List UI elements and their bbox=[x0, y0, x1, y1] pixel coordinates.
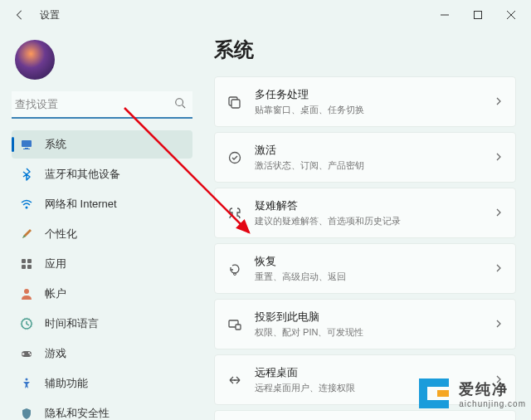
svg-point-19 bbox=[30, 354, 32, 355]
watermark: 爱纯净 aichunjing.com bbox=[414, 374, 526, 413]
apps-icon bbox=[20, 257, 33, 271]
privacy-icon bbox=[20, 407, 33, 420]
sidebar: 系统蓝牙和其他设备网络和 Internet个性化应用帐户时间和语言游戏辅助功能隐… bbox=[0, 30, 199, 420]
card-title: 多任务处理 bbox=[255, 87, 494, 102]
svg-point-20 bbox=[26, 378, 28, 381]
page-title: 系统 bbox=[214, 37, 516, 63]
chevron-right-icon bbox=[494, 206, 504, 221]
sidebar-item-brush[interactable]: 个性化 bbox=[12, 220, 192, 248]
svg-point-4 bbox=[176, 98, 183, 105]
card-title: 投影到此电脑 bbox=[255, 310, 494, 325]
svg-rect-22 bbox=[231, 100, 240, 108]
card-title: 疑难解答 bbox=[255, 198, 494, 213]
sidebar-item-label: 网络和 Internet bbox=[45, 197, 117, 212]
sidebar-item-time[interactable]: 时间和语言 bbox=[12, 310, 192, 338]
sidebar-item-label: 个性化 bbox=[45, 227, 77, 242]
watermark-logo-icon bbox=[414, 374, 454, 413]
chevron-right-icon bbox=[494, 317, 504, 332]
svg-rect-13 bbox=[27, 265, 32, 269]
nav-list: 系统蓝牙和其他设备网络和 Internet个性化应用帐户时间和语言游戏辅助功能隐… bbox=[12, 130, 192, 420]
minimize-icon bbox=[441, 11, 449, 19]
chevron-right-icon bbox=[494, 261, 504, 276]
sidebar-item-wifi[interactable]: 网络和 Internet bbox=[12, 190, 192, 218]
bluetooth-icon bbox=[20, 168, 33, 181]
recovery-icon bbox=[227, 261, 243, 277]
settings-card-multitask[interactable]: 多任务处理 贴靠窗口、桌面、任务切换 bbox=[214, 76, 516, 127]
minimize-button[interactable] bbox=[428, 0, 461, 30]
svg-point-14 bbox=[24, 289, 29, 294]
sidebar-item-bluetooth[interactable]: 蓝牙和其他设备 bbox=[12, 160, 192, 188]
card-desc: 建议的疑难解答、首选项和历史记录 bbox=[255, 215, 494, 227]
activate-icon bbox=[227, 149, 243, 166]
back-button[interactable] bbox=[3, 0, 37, 30]
svg-rect-6 bbox=[22, 140, 32, 147]
svg-rect-26 bbox=[236, 325, 241, 330]
maximize-button[interactable] bbox=[461, 0, 494, 30]
project-icon bbox=[227, 316, 243, 333]
sidebar-item-label: 蓝牙和其他设备 bbox=[45, 167, 120, 182]
game-icon bbox=[20, 347, 33, 360]
settings-card-recovery[interactable]: 恢复 重置、高级启动、返回 bbox=[214, 243, 516, 294]
search-container bbox=[12, 91, 192, 119]
sidebar-item-system[interactable]: 系统 bbox=[12, 130, 192, 159]
troubleshoot-icon bbox=[227, 205, 243, 222]
svg-point-24 bbox=[234, 272, 236, 275]
avatar[interactable] bbox=[15, 40, 55, 80]
card-desc: 贴靠窗口、桌面、任务切换 bbox=[255, 104, 494, 116]
sidebar-item-label: 帐户 bbox=[45, 286, 66, 301]
svg-point-9 bbox=[26, 207, 28, 209]
cards-container: 多任务处理 贴靠窗口、桌面、任务切换 激活 激活状态、订阅、产品密钥 疑难解答 … bbox=[214, 76, 516, 420]
card-text: 激活 激活状态、订阅、产品密钥 bbox=[255, 143, 494, 172]
watermark-cn: 爱纯净 bbox=[459, 379, 526, 399]
accessibility-icon bbox=[20, 377, 33, 390]
wifi-icon bbox=[20, 198, 33, 211]
search-icon bbox=[174, 97, 186, 112]
close-icon bbox=[507, 11, 515, 19]
card-text: 恢复 重置、高级启动、返回 bbox=[255, 254, 494, 283]
maximize-icon bbox=[474, 11, 482, 19]
svg-rect-8 bbox=[23, 149, 30, 149]
titlebar: 设置 bbox=[0, 0, 531, 30]
sidebar-item-privacy[interactable]: 隐私和安全性 bbox=[12, 399, 192, 420]
card-desc: 权限、配对 PIN、可发现性 bbox=[255, 326, 494, 339]
svg-rect-1 bbox=[475, 12, 482, 19]
remote-icon bbox=[227, 372, 243, 388]
svg-rect-12 bbox=[22, 265, 26, 269]
card-title: 恢复 bbox=[255, 254, 494, 269]
sidebar-item-label: 系统 bbox=[45, 137, 66, 152]
sidebar-item-game[interactable]: 游戏 bbox=[12, 339, 192, 368]
svg-rect-10 bbox=[22, 259, 26, 263]
chevron-right-icon bbox=[494, 95, 504, 110]
close-button[interactable] bbox=[494, 0, 528, 30]
chevron-right-icon bbox=[494, 150, 504, 165]
time-icon bbox=[20, 317, 33, 330]
sidebar-item-label: 游戏 bbox=[45, 346, 66, 361]
svg-rect-11 bbox=[27, 259, 32, 263]
brush-icon bbox=[20, 227, 33, 241]
sidebar-item-label: 应用 bbox=[45, 256, 66, 271]
svg-point-23 bbox=[230, 152, 241, 163]
search-input[interactable] bbox=[12, 91, 192, 117]
card-desc: 重置、高级启动、返回 bbox=[255, 271, 494, 283]
back-arrow-icon bbox=[14, 9, 26, 21]
settings-card-troubleshoot[interactable]: 疑难解答 建议的疑难解答、首选项和历史记录 bbox=[214, 188, 516, 238]
svg-point-18 bbox=[28, 352, 30, 354]
sidebar-item-apps[interactable]: 应用 bbox=[12, 250, 192, 278]
sidebar-item-accessibility[interactable]: 辅助功能 bbox=[12, 369, 192, 398]
sidebar-item-label: 隐私和安全性 bbox=[45, 406, 110, 420]
window-controls bbox=[428, 0, 528, 30]
account-icon bbox=[20, 287, 33, 300]
settings-card-activate[interactable]: 激活 激活状态、订阅、产品密钥 bbox=[214, 132, 516, 183]
titlebar-title: 设置 bbox=[40, 8, 60, 22]
card-title: 激活 bbox=[255, 143, 494, 158]
sidebar-item-label: 时间和语言 bbox=[45, 316, 99, 331]
card-desc: 激活状态、订阅、产品密钥 bbox=[255, 159, 494, 172]
sidebar-item-account[interactable]: 帐户 bbox=[12, 280, 192, 308]
settings-card-project[interactable]: 投影到此电脑 权限、配对 PIN、可发现性 bbox=[214, 299, 516, 349]
svg-rect-31 bbox=[437, 390, 449, 397]
system-icon bbox=[20, 138, 33, 151]
card-text: 疑难解答 建议的疑难解答、首选项和历史记录 bbox=[255, 198, 494, 227]
sidebar-item-label: 辅助功能 bbox=[45, 376, 88, 391]
card-text: 投影到此电脑 权限、配对 PIN、可发现性 bbox=[255, 310, 494, 339]
card-text: 多任务处理 贴靠窗口、桌面、任务切换 bbox=[255, 87, 494, 116]
